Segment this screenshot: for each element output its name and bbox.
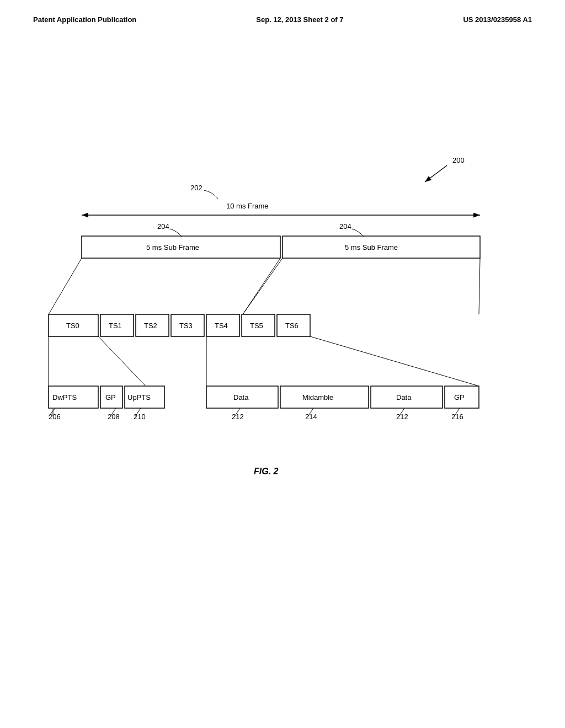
data-right-label: Data <box>396 393 412 402</box>
ts0-label: TS0 <box>66 322 79 330</box>
ref-212-left: 212 <box>232 413 244 421</box>
connect-subframe-left-1 <box>49 258 82 314</box>
ts-to-data-right <box>310 336 479 386</box>
ref-202-curve <box>204 190 218 199</box>
ts5-label: TS5 <box>250 322 263 330</box>
ref-200: 200 <box>452 156 465 164</box>
ts3-label: TS3 <box>179 322 193 330</box>
ref-202: 202 <box>190 184 202 192</box>
ref-208: 208 <box>108 413 120 421</box>
ts4-label: TS4 <box>215 322 228 330</box>
frame-label: 10 ms Frame <box>226 202 269 210</box>
diagram-svg: 200 202 10 ms Frame 204 204 5 ms Sub Fra… <box>0 0 565 728</box>
gp-right-label: GP <box>454 393 465 402</box>
gp-left-label: GP <box>105 393 116 402</box>
connect-subframe-right-1 <box>243 258 282 314</box>
ref-204-left: 204 <box>157 222 169 231</box>
ts2-label: TS2 <box>144 322 157 330</box>
midamble-label: Midamble <box>302 393 333 402</box>
uppts-label: UpPTS <box>127 393 151 402</box>
ref-212-right: 212 <box>396 413 408 421</box>
dwpts-label: DwPTS <box>52 393 77 402</box>
data-left-label: Data <box>233 393 249 402</box>
ts0-to-detail-right <box>98 336 146 386</box>
ref-200-arrow <box>425 165 447 182</box>
connect-subframe-right-2 <box>479 258 480 314</box>
ref-214: 214 <box>305 413 317 421</box>
subframe-right-label: 5 ms Sub Frame <box>345 243 398 251</box>
ref-210: 210 <box>134 413 146 421</box>
subframe-left-label: 5 ms Sub Frame <box>146 243 199 251</box>
ts6-label: TS6 <box>285 322 299 330</box>
fig-label: FIG. 2 <box>254 467 279 476</box>
ref-204-right: 204 <box>339 222 351 231</box>
ref-216: 216 <box>451 413 463 421</box>
ts1-label: TS1 <box>109 322 122 330</box>
